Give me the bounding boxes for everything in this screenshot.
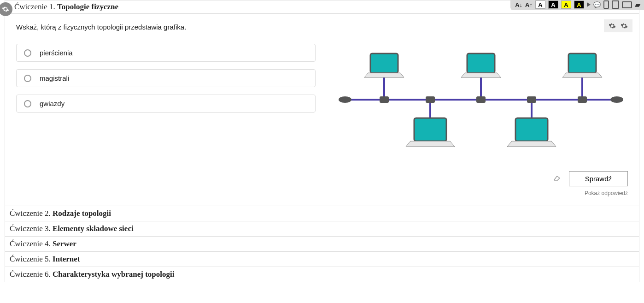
exercise-1-prefix: Ćwiczenie 1. xyxy=(14,2,57,11)
gear-icon xyxy=(609,22,616,30)
option-gwiazdy[interactable]: gwiazdy xyxy=(16,95,316,113)
tablet-icon[interactable] xyxy=(612,0,619,9)
option-label: magistrali xyxy=(40,74,69,82)
show-answer-link[interactable]: Pokaż odpowiedź xyxy=(16,190,628,196)
svg-rect-6 xyxy=(527,96,536,103)
svg-rect-5 xyxy=(476,96,486,103)
exercise-5-row[interactable]: Ćwiczenie 5. Internet xyxy=(5,252,639,267)
font-decrease-button[interactable]: A↓ xyxy=(515,1,522,8)
exercise-prefix: Ćwiczenie 3. xyxy=(10,224,53,233)
exercise-title: Charakterystyka wybranej topologii xyxy=(53,270,174,279)
phone-icon[interactable] xyxy=(603,0,609,9)
eraser-icon[interactable] xyxy=(552,174,561,184)
exercise-1-body: Wskaż, którą z fizycznych topologii prze… xyxy=(5,14,639,206)
option-pierscienia[interactable]: pierścienia xyxy=(16,44,316,62)
exercise-6-row[interactable]: Ćwiczenie 6. Charakterystyka wybranej to… xyxy=(5,267,639,282)
laptop-icon xyxy=(364,53,404,77)
exercise-3-row[interactable]: Ćwiczenie 3. Elementy składowe sieci xyxy=(5,221,639,237)
radio-icon xyxy=(24,75,31,82)
board-icon[interactable]: ▰ xyxy=(635,0,640,9)
svg-rect-14 xyxy=(467,53,495,73)
laptop-icon xyxy=(461,53,501,77)
exercise-1-title: Topologie fizyczne xyxy=(57,2,118,11)
svg-rect-13 xyxy=(370,53,398,73)
svg-rect-15 xyxy=(568,53,596,73)
exercise-2-row[interactable]: Ćwiczenie 2. Rodzaje topologii xyxy=(5,206,639,221)
radio-icon xyxy=(24,100,31,107)
svg-point-1 xyxy=(339,96,351,103)
laptop-icon xyxy=(507,118,556,147)
accessibility-toolbar: A↓ A↑ A A A A 💬 ▰ xyxy=(510,0,644,10)
svg-rect-16 xyxy=(414,118,446,141)
exercise-prefix: Ćwiczenie 5. xyxy=(10,255,53,263)
svg-rect-4 xyxy=(426,96,435,103)
font-increase-button[interactable]: A↑ xyxy=(525,1,533,8)
contrast-black-yellow[interactable]: A xyxy=(574,0,584,9)
contrast-black[interactable]: A xyxy=(548,0,558,9)
exercise-settings[interactable] xyxy=(604,19,632,32)
exercise-title: Serwer xyxy=(53,239,76,248)
exercise-prefix: Ćwiczenie 4. xyxy=(10,239,53,248)
svg-rect-7 xyxy=(578,96,587,103)
svg-rect-3 xyxy=(380,96,389,103)
exercise-prefix: Ćwiczenie 2. xyxy=(10,209,53,218)
chat-icon[interactable]: 💬 xyxy=(593,1,601,8)
laptop-icon xyxy=(406,118,455,147)
question-text: Wskaż, którą z fizycznych topologii prze… xyxy=(16,23,628,31)
option-magistrali[interactable]: magistrali xyxy=(16,69,316,87)
option-label: pierścienia xyxy=(40,49,73,57)
gear-icon xyxy=(621,22,628,30)
exercise-prefix: Ćwiczenie 6. xyxy=(10,270,53,279)
exercise-title: Rodzaje topologii xyxy=(53,209,111,218)
laptop-icon xyxy=(562,53,602,77)
contrast-white[interactable]: A xyxy=(535,0,545,9)
speaker-icon[interactable] xyxy=(587,2,591,7)
desktop-icon[interactable] xyxy=(622,1,632,8)
exercise-4-row[interactable]: Ćwiczenie 4. Serwer xyxy=(5,237,639,252)
option-label: gwiazdy xyxy=(40,100,64,107)
options-list: pierścienia magistrali gwiazdy xyxy=(16,44,316,153)
exercise-title: Elementy składowe sieci xyxy=(53,224,134,233)
gear-icon xyxy=(2,6,9,13)
contrast-yellow[interactable]: A xyxy=(561,0,571,9)
check-button[interactable]: Sprawdź xyxy=(569,171,628,186)
svg-rect-17 xyxy=(515,118,548,141)
exercise-title: Internet xyxy=(53,255,80,263)
topology-diagram xyxy=(334,44,628,153)
svg-point-2 xyxy=(610,96,623,103)
radio-icon xyxy=(24,49,31,57)
bus-topology-svg xyxy=(336,47,626,153)
